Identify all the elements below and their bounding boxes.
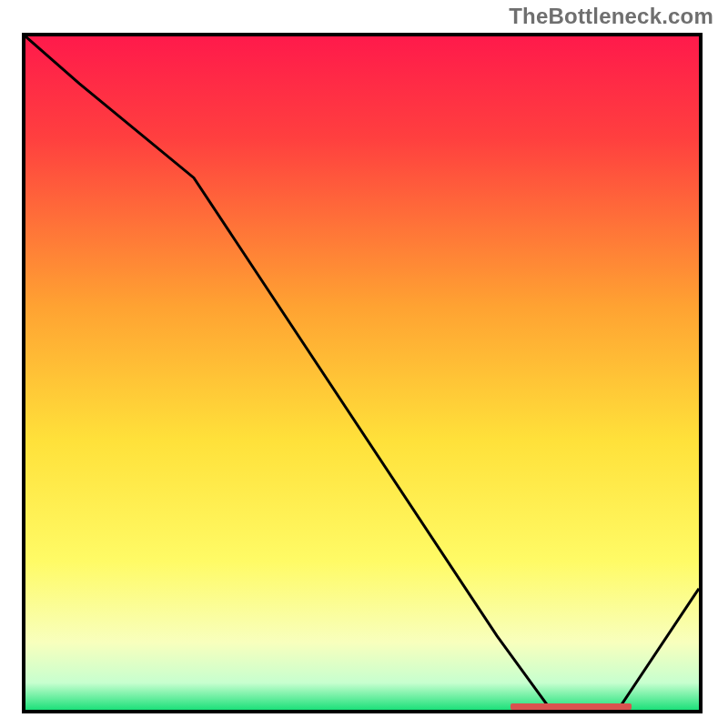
chart-stage: TheBottleneck.com: [0, 0, 728, 728]
plot-frame: [22, 33, 703, 713]
bottleneck-curve-line: [25, 36, 699, 710]
watermark-text: TheBottleneck.com: [509, 4, 713, 29]
optimal-marker: [511, 703, 632, 710]
curve-path: [25, 36, 699, 710]
plot-area: [25, 36, 699, 710]
